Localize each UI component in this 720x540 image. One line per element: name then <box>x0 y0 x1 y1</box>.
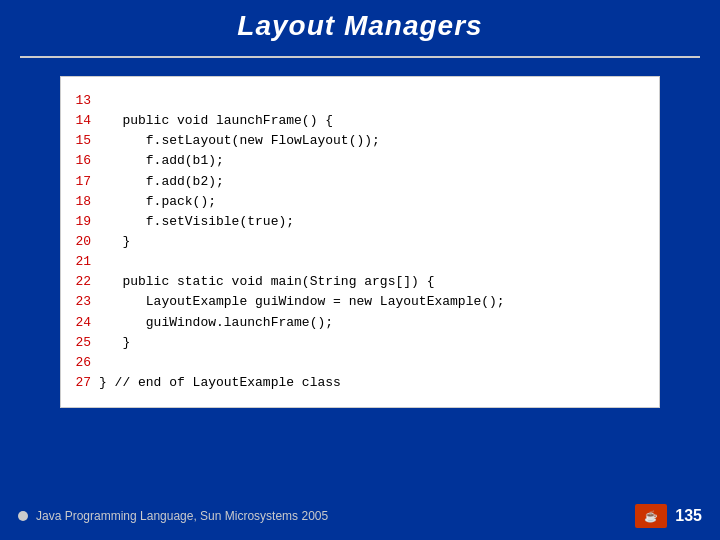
line-code: f.add(b2); <box>99 172 224 192</box>
footer: Java Programming Language, Sun Microsyst… <box>0 504 720 528</box>
line-number: 19 <box>71 212 99 232</box>
table-row: 25 } <box>71 333 641 353</box>
code-block: 1314 public void launchFrame() {15 f.set… <box>71 91 641 393</box>
line-code: f.setVisible(true); <box>99 212 294 232</box>
table-row: 13 <box>71 91 641 111</box>
line-number: 26 <box>71 353 99 373</box>
line-code: f.setLayout(new FlowLayout()); <box>99 131 380 151</box>
table-row: 18 f.pack(); <box>71 192 641 212</box>
line-code: } <box>99 232 130 252</box>
line-code: public void launchFrame() { <box>99 111 333 131</box>
line-number: 18 <box>71 192 99 212</box>
line-number: 20 <box>71 232 99 252</box>
table-row: 27} // end of LayoutExample class <box>71 373 641 393</box>
footer-bullet <box>18 511 28 521</box>
line-number: 14 <box>71 111 99 131</box>
footer-text: Java Programming Language, Sun Microsyst… <box>36 509 635 523</box>
table-row: 23 LayoutExample guiWindow = new LayoutE… <box>71 292 641 312</box>
code-panel: 1314 public void launchFrame() {15 f.set… <box>60 76 660 408</box>
table-row: 20 } <box>71 232 641 252</box>
table-row: 26 <box>71 353 641 373</box>
page-number: 135 <box>675 507 702 525</box>
table-row: 19 f.setVisible(true); <box>71 212 641 232</box>
line-number: 15 <box>71 131 99 151</box>
line-number: 27 <box>71 373 99 393</box>
line-number: 25 <box>71 333 99 353</box>
line-code: public static void main(String args[]) { <box>99 272 434 292</box>
table-row: 24 guiWindow.launchFrame(); <box>71 313 641 333</box>
table-row: 21 <box>71 252 641 272</box>
line-code: f.pack(); <box>99 192 216 212</box>
header: Layout Managers <box>0 0 720 58</box>
svg-text:☕: ☕ <box>644 509 658 523</box>
line-number: 17 <box>71 172 99 192</box>
line-code: guiWindow.launchFrame(); <box>99 313 333 333</box>
line-number: 16 <box>71 151 99 171</box>
page-title: Layout Managers <box>237 10 482 41</box>
table-row: 14 public void launchFrame() { <box>71 111 641 131</box>
line-number: 24 <box>71 313 99 333</box>
line-code: } <box>99 333 130 353</box>
line-number: 21 <box>71 252 99 272</box>
line-number: 13 <box>71 91 99 111</box>
table-row: 15 f.setLayout(new FlowLayout()); <box>71 131 641 151</box>
footer-logo: ☕ <box>635 504 667 528</box>
line-code: f.add(b1); <box>99 151 224 171</box>
header-divider <box>20 56 700 58</box>
table-row: 17 f.add(b2); <box>71 172 641 192</box>
line-code: LayoutExample guiWindow = new LayoutExam… <box>99 292 505 312</box>
line-code: } // end of LayoutExample class <box>99 373 341 393</box>
table-row: 16 f.add(b1); <box>71 151 641 171</box>
line-number: 23 <box>71 292 99 312</box>
table-row: 22 public static void main(String args[]… <box>71 272 641 292</box>
footer-right: ☕ 135 <box>635 504 702 528</box>
line-number: 22 <box>71 272 99 292</box>
